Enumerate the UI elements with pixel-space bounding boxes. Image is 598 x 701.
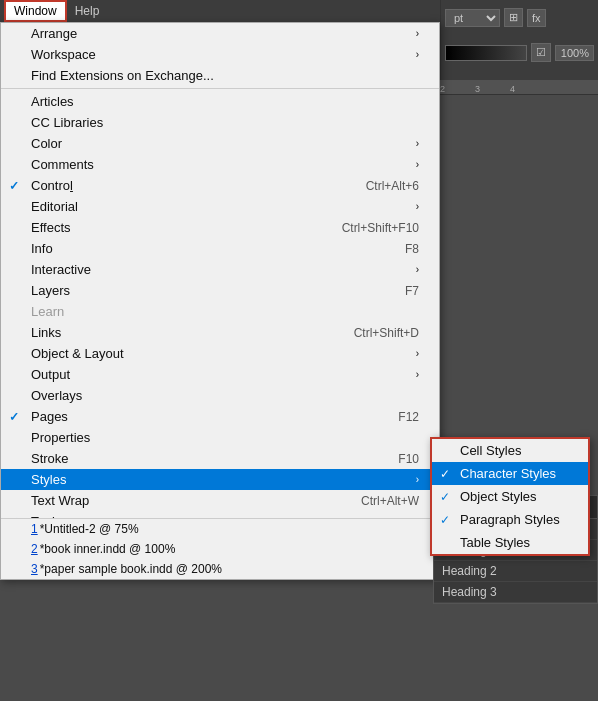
info-shortcut: F8 bbox=[365, 242, 419, 256]
character-styles-label: Character Styles bbox=[460, 466, 556, 481]
menu-arrange[interactable]: Arrange › bbox=[1, 23, 439, 44]
color-swatch bbox=[445, 45, 527, 61]
separator-1 bbox=[1, 88, 439, 89]
menu-find-extensions-label: Find Extensions on Exchange... bbox=[31, 68, 214, 83]
interactive-arrow: › bbox=[396, 264, 419, 275]
submenu-paragraph-styles[interactable]: ✓ Paragraph Styles bbox=[432, 508, 588, 531]
ruler-mark-3: 3 bbox=[475, 84, 480, 94]
char-styles-check: ✓ bbox=[440, 467, 450, 481]
menu-links[interactable]: Links Ctrl+Shift+D bbox=[1, 322, 439, 343]
object-layout-arrow: › bbox=[396, 348, 419, 359]
styles-arrow: › bbox=[396, 474, 419, 485]
menu-properties[interactable]: Properties bbox=[1, 427, 439, 448]
effects-shortcut: Ctrl+Shift+F10 bbox=[302, 221, 419, 235]
menu-output[interactable]: Output › bbox=[1, 364, 439, 385]
resize-btn[interactable]: ⊞ bbox=[504, 8, 523, 27]
submenu-cell-styles[interactable]: Cell Styles bbox=[432, 439, 588, 462]
menu-stroke-label: Stroke bbox=[31, 451, 69, 466]
menu-window[interactable]: Window bbox=[4, 0, 67, 22]
table-styles-label: Table Styles bbox=[460, 535, 530, 550]
menu-comments[interactable]: Comments › bbox=[1, 154, 439, 175]
paragraph-styles-label: Paragraph Styles bbox=[460, 512, 560, 527]
object-styles-label: Object Styles bbox=[460, 489, 537, 504]
menu-cc-libraries[interactable]: CC Libraries bbox=[1, 112, 439, 133]
menu-text-wrap[interactable]: Text Wrap Ctrl+Alt+W bbox=[1, 490, 439, 511]
toolbar-row-2: ☑ 100% bbox=[441, 35, 598, 70]
file-list: 1 *Untitled-2 @ 75% 2 *book inner.indd @… bbox=[1, 518, 441, 579]
color-arrow: › bbox=[396, 138, 419, 149]
styles-submenu: Cell Styles ✓ Character Styles ✓ Object … bbox=[430, 437, 590, 556]
menu-arrange-label: Arrange bbox=[31, 26, 77, 41]
menu-layers-label: Layers bbox=[31, 283, 70, 298]
menu-effects[interactable]: Effects Ctrl+Shift+F10 bbox=[1, 217, 439, 238]
menu-styles[interactable]: Styles › bbox=[1, 469, 439, 490]
menu-control[interactable]: ✓ Control Ctrl+Alt+6 bbox=[1, 175, 439, 196]
fx-btn[interactable]: fx bbox=[527, 9, 546, 27]
menu-find-extensions[interactable]: Find Extensions on Exchange... bbox=[1, 65, 439, 86]
toolbar-right: pt ⊞ fx ☑ 100% bbox=[440, 0, 598, 80]
submenu-object-styles[interactable]: ✓ Object Styles bbox=[432, 485, 588, 508]
menu-layers[interactable]: Layers F7 bbox=[1, 280, 439, 301]
menu-styles-label: Styles bbox=[31, 472, 66, 487]
control-shortcut: Ctrl+Alt+6 bbox=[326, 179, 419, 193]
menu-info-label: Info bbox=[31, 241, 53, 256]
menu-interactive[interactable]: Interactive › bbox=[1, 259, 439, 280]
submenu-character-styles[interactable]: ✓ Character Styles bbox=[432, 462, 588, 485]
cell-styles-label: Cell Styles bbox=[460, 443, 521, 458]
pt-select[interactable]: pt bbox=[445, 9, 500, 27]
stroke-shortcut: F10 bbox=[358, 452, 419, 466]
text-wrap-shortcut: Ctrl+Alt+W bbox=[321, 494, 419, 508]
menu-color[interactable]: Color › bbox=[1, 133, 439, 154]
arrange-arrow: › bbox=[396, 28, 419, 39]
menu-properties-label: Properties bbox=[31, 430, 90, 445]
file-item-1[interactable]: 1 *Untitled-2 @ 75% bbox=[1, 519, 441, 539]
pages-shortcut: F12 bbox=[358, 410, 419, 424]
layers-shortcut: F7 bbox=[365, 284, 419, 298]
editorial-arrow: › bbox=[396, 201, 419, 212]
menu-help[interactable]: Help bbox=[67, 2, 108, 20]
menu-control-label: Control bbox=[31, 178, 73, 193]
ruler-mark-4: 4 bbox=[510, 84, 515, 94]
menu-learn: Learn bbox=[1, 301, 439, 322]
panel-item-heading2[interactable]: Heading 2 bbox=[434, 561, 597, 582]
para-styles-check: ✓ bbox=[440, 513, 450, 527]
file-item-2[interactable]: 2 *book inner.indd @ 100% bbox=[1, 539, 441, 559]
menu-learn-label: Learn bbox=[31, 304, 64, 319]
menu-interactive-label: Interactive bbox=[31, 262, 91, 277]
menu-editorial-label: Editorial bbox=[31, 199, 78, 214]
window-dropdown: Arrange › Workspace › Find Extensions on… bbox=[0, 22, 440, 580]
file-item-3[interactable]: 3 *paper sample book.indd @ 200% bbox=[1, 559, 441, 579]
links-shortcut: Ctrl+Shift+D bbox=[314, 326, 419, 340]
menu-output-label: Output bbox=[31, 367, 70, 382]
menu-articles[interactable]: Articles bbox=[1, 91, 439, 112]
submenu-table-styles[interactable]: Table Styles bbox=[432, 531, 588, 554]
menu-overlays-label: Overlays bbox=[31, 388, 82, 403]
menu-text-wrap-label: Text Wrap bbox=[31, 493, 89, 508]
menu-effects-label: Effects bbox=[31, 220, 71, 235]
menu-info[interactable]: Info F8 bbox=[1, 238, 439, 259]
menu-pages-label: Pages bbox=[31, 409, 68, 424]
menu-editorial[interactable]: Editorial › bbox=[1, 196, 439, 217]
toolbar-row-1: pt ⊞ fx bbox=[441, 0, 598, 35]
menu-color-label: Color bbox=[31, 136, 62, 151]
control-check: ✓ bbox=[9, 179, 19, 193]
menu-links-label: Links bbox=[31, 325, 61, 340]
panel-item-heading3[interactable]: Heading 3 bbox=[434, 582, 597, 603]
check-btn[interactable]: ☑ bbox=[531, 43, 551, 62]
ruler-mark-2: 2 bbox=[440, 84, 445, 94]
pages-check: ✓ bbox=[9, 410, 19, 424]
workspace-arrow: › bbox=[396, 49, 419, 60]
menu-overlays[interactable]: Overlays bbox=[1, 385, 439, 406]
menu-object-layout-label: Object & Layout bbox=[31, 346, 124, 361]
file-name-1: *Untitled-2 @ 75% bbox=[40, 522, 139, 536]
menu-workspace-label: Workspace bbox=[31, 47, 96, 62]
zoom-display: 100% bbox=[555, 45, 594, 61]
menu-articles-label: Articles bbox=[31, 94, 74, 109]
menu-stroke[interactable]: Stroke F10 bbox=[1, 448, 439, 469]
menu-pages[interactable]: ✓ Pages F12 bbox=[1, 406, 439, 427]
menu-workspace[interactable]: Workspace › bbox=[1, 44, 439, 65]
file-num-1: 1 bbox=[31, 522, 38, 536]
menu-object-layout[interactable]: Object & Layout › bbox=[1, 343, 439, 364]
menu-comments-label: Comments bbox=[31, 157, 94, 172]
file-num-2: 2 bbox=[31, 542, 38, 556]
